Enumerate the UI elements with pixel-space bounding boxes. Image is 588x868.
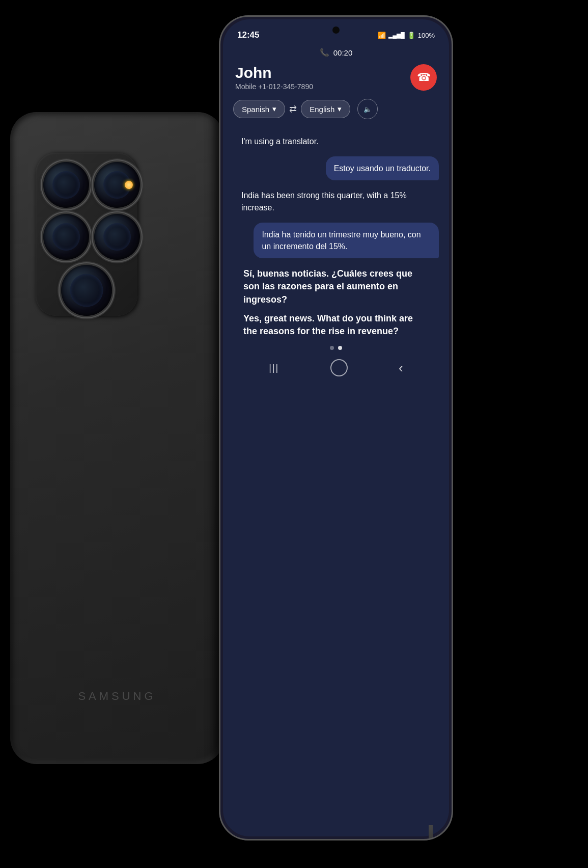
message-1: I'm using a translator. [233, 129, 327, 153]
s-pen [429, 825, 433, 840]
language-1-selector[interactable]: Spanish ▾ [233, 100, 285, 118]
phone-screen: 12:45 📶 ▂▄▆█ 🔋 100% 📞 00:20 John Mobile … [223, 19, 449, 836]
home-button[interactable] [330, 359, 348, 376]
chat-area: I'm using a translator. Estoy usando un … [223, 129, 449, 258]
end-call-button[interactable]: ☎ [410, 64, 437, 91]
battery-icon: 🔋 [407, 32, 415, 39]
message-3: India has been strong this quarter, with… [233, 183, 418, 219]
status-time: 12:45 [237, 30, 259, 40]
camera-lens-5 [61, 265, 112, 316]
recents-button[interactable]: ||| [269, 363, 279, 373]
camera-lens-1 [43, 162, 89, 208]
message-4-text: India ha tenido un trimestre muy bueno, … [262, 230, 421, 251]
speaker-button[interactable]: 🔈 [357, 99, 378, 119]
caller-label: Mobile [235, 83, 256, 91]
message-2-text: Estoy usando un traductor. [334, 164, 431, 173]
large-message-1: Sí, buenas noticias. ¿Cuáles crees que s… [233, 267, 439, 306]
language-2-dropdown-icon: ▾ [338, 104, 342, 114]
camera-lens-4 [94, 214, 140, 260]
camera-lens-3 [43, 214, 89, 260]
phone-front: 12:45 📶 ▂▄▆█ 🔋 100% 📞 00:20 John Mobile … [219, 15, 453, 840]
call-time: 00:20 [333, 48, 353, 57]
large-messages-area: Sí, buenas noticias. ¿Cuáles crees que s… [223, 258, 449, 338]
message-2: Estoy usando un traductor. [326, 156, 439, 180]
camera-lens-2 [94, 162, 140, 208]
samsung-brand-label: SAMSUNG [78, 690, 156, 703]
large-message-2: Yes, great news. What do you think are t… [233, 312, 439, 338]
speaker-icon: 🔈 [363, 105, 372, 113]
camera-bump [36, 153, 137, 316]
call-header: 📞 00:20 John Mobile +1-012-345-7890 ☎ [223, 44, 449, 99]
call-phone-icon: 📞 [320, 48, 329, 57]
front-camera [332, 26, 340, 34]
message-4: India ha tenido un trimestre muy bueno, … [254, 223, 439, 258]
pagination-dot-1 [330, 346, 334, 350]
language-selector: Spanish ▾ ⇄ English ▾ 🔈 [223, 99, 449, 119]
signal-icon: ▂▄▆█ [388, 32, 405, 39]
message-3-text: India has been strong this quarter, with… [241, 191, 407, 211]
wifi-icon: 📶 [378, 32, 386, 39]
battery-percent: 100% [418, 32, 435, 39]
language-swap-icon[interactable]: ⇄ [289, 103, 297, 115]
end-call-icon: ☎ [417, 71, 431, 84]
phone-back: SAMSUNG [10, 112, 224, 764]
language-2-selector[interactable]: English ▾ [301, 100, 350, 118]
language-1-label: Spanish [242, 105, 269, 114]
navigation-bar: ||| ‹ [223, 354, 449, 387]
caller-phone-number: +1-012-345-7890 [258, 83, 313, 91]
language-2-label: English [310, 105, 334, 114]
caller-number: Mobile +1-012-345-7890 [235, 83, 313, 91]
large-message-1-text: Sí, buenas noticias. ¿Cuáles crees que s… [243, 268, 412, 304]
status-icons: 📶 ▂▄▆█ 🔋 100% [378, 32, 435, 39]
pagination-dot-2 [338, 346, 342, 350]
call-duration: 📞 00:20 [320, 48, 353, 57]
message-1-text: I'm using a translator. [241, 137, 319, 146]
language-1-dropdown-icon: ▾ [272, 104, 276, 114]
large-message-2-text: Yes, great news. What do you think are t… [243, 313, 413, 336]
caller-info: John Mobile +1-012-345-7890 [235, 64, 313, 91]
caller-name: John [235, 64, 313, 82]
camera-flash [125, 181, 133, 189]
pagination-dots [223, 346, 449, 350]
caller-section: John Mobile +1-012-345-7890 ☎ [223, 64, 449, 91]
back-button[interactable]: ‹ [399, 360, 403, 376]
